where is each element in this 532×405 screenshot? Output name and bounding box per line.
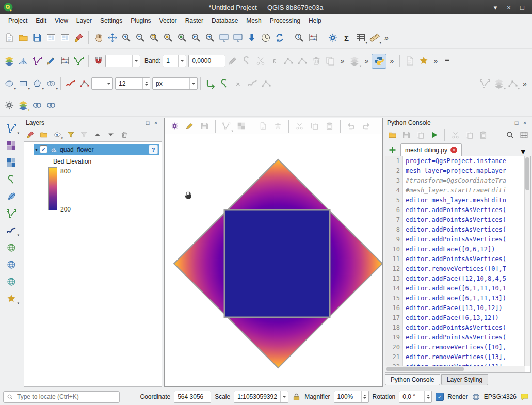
cut-button[interactable] <box>449 129 461 141</box>
digitize-vector-button[interactable]: ▾ <box>4 122 19 135</box>
clear-tool-button[interactable]: × <box>231 77 245 91</box>
layer-name[interactable]: quad_flower <box>60 146 93 153</box>
contour-tool-button[interactable]: ▾ <box>4 224 19 237</box>
menu-database[interactable]: Database <box>207 15 242 26</box>
data-source-manager-button[interactable] <box>2 54 16 68</box>
trace-tool-button[interactable] <box>203 77 217 91</box>
add-mesh-layer-button[interactable] <box>16 54 30 68</box>
menu-raster[interactable]: Raster <box>181 15 207 26</box>
crs-value[interactable]: EPSG:4326 <box>484 393 517 400</box>
reshape-tool-button[interactable] <box>239 54 253 68</box>
snapping-button[interactable] <box>91 54 105 68</box>
maximize-button[interactable]: □ <box>517 2 528 12</box>
web-service-button[interactable] <box>4 258 19 271</box>
zoom-last-button[interactable] <box>189 31 203 45</box>
refresh-map-button[interactable] <box>272 31 286 45</box>
lock-scale-icon[interactable] <box>292 393 301 401</box>
toggle-mesh-editing-button[interactable] <box>44 54 58 68</box>
vertex-tool-1-button[interactable] <box>281 54 295 68</box>
menu-plugins[interactable]: Plugins <box>126 15 155 26</box>
menu-settings[interactable]: Settings <box>96 15 126 26</box>
mesh-digitizing-button[interactable] <box>58 54 72 68</box>
dock-tab-python-console[interactable]: Python Console <box>385 374 440 385</box>
symbol-combo[interactable] <box>91 77 113 90</box>
favorites-button[interactable]: ▾ <box>4 292 19 305</box>
processing-toolbox-button[interactable] <box>326 31 340 45</box>
layer-dropdown-button[interactable]: ▾ <box>347 54 361 68</box>
new-3d-map-view-button[interactable] <box>231 31 245 45</box>
delete-selected-button[interactable] <box>271 119 285 133</box>
dropdown-arrow-icon[interactable] <box>189 78 197 89</box>
float-panel-button[interactable]: □ <box>512 119 521 127</box>
band-combo[interactable]: 1 <box>163 55 186 67</box>
zoom-next-button[interactable] <box>203 31 217 45</box>
tab-list-dropdown[interactable]: ▼ <box>516 147 530 156</box>
geo-pin-button[interactable] <box>4 241 19 254</box>
object-inspector-button[interactable] <box>518 129 530 141</box>
diagram-dropdown-button[interactable]: ▾ <box>506 77 520 91</box>
menu-mesh[interactable]: Mesh <box>242 15 265 26</box>
manage-map-themes-button[interactable]: ▾ <box>52 129 63 140</box>
vertical-scrollbar[interactable] <box>524 156 530 366</box>
paste-button[interactable] <box>477 129 489 141</box>
toolbar-overflow-button[interactable]: » <box>381 31 392 44</box>
zoom-in-button[interactable] <box>119 31 133 45</box>
toolbar-menu-button[interactable]: ≡ <box>442 55 452 67</box>
float-panel-button[interactable]: □ <box>143 119 152 127</box>
new-map-view-button[interactable] <box>217 31 231 45</box>
copy-features-button[interactable] <box>308 119 321 133</box>
raster-tool-2-button[interactable] <box>4 156 19 169</box>
map-canvas[interactable] <box>165 134 382 386</box>
temporal-controller-button[interactable] <box>259 31 272 45</box>
line-tool-1-button[interactable] <box>245 77 259 91</box>
toolbar-overflow-button[interactable]: » <box>430 55 441 67</box>
settings-tool-button[interactable] <box>2 99 16 112</box>
statistical-summary-button[interactable]: Σ <box>340 31 353 45</box>
render-checkbox[interactable]: ✓ <box>436 393 444 401</box>
open-script-button[interactable] <box>386 129 398 141</box>
menu-project[interactable]: Project <box>4 15 31 26</box>
dropdown-arrow-icon[interactable] <box>280 391 288 402</box>
edit-attributes-button[interactable] <box>256 119 270 133</box>
digitize-pencil-button[interactable] <box>225 54 239 68</box>
close-button[interactable]: × <box>503 2 514 12</box>
filter-expression-button[interactable] <box>78 129 90 140</box>
close-panel-button[interactable]: × <box>521 119 529 127</box>
dropdown-arrow-icon[interactable] <box>105 78 112 89</box>
code-editor[interactable]: 1project=QgsProject.instance2mesh_layer=… <box>385 156 531 373</box>
undo-button[interactable] <box>344 119 358 133</box>
raster-tool-button[interactable] <box>4 139 19 152</box>
vertex-tool-2-button[interactable] <box>295 54 309 68</box>
add-feature-button[interactable]: ▾ <box>219 119 233 133</box>
layout-tool-button[interactable] <box>402 54 416 68</box>
layout-manager-button[interactable] <box>58 31 72 45</box>
delete-tool-button[interactable] <box>309 54 323 68</box>
layer-row[interactable]: ▾ ✓ quad_flower ? <box>34 144 159 155</box>
menu-view[interactable]: View <box>51 15 72 26</box>
pan-map-button[interactable] <box>91 31 105 45</box>
dropdown-arrow-icon[interactable] <box>132 55 140 67</box>
snapping-mode-combo[interactable] <box>105 55 140 67</box>
close-panel-button[interactable]: × <box>152 119 160 127</box>
vertex-editor-button[interactable] <box>77 77 91 91</box>
menu-edit[interactable]: Edit <box>31 15 51 26</box>
run-script-button[interactable] <box>428 129 440 141</box>
zoom-to-layer-button[interactable] <box>175 31 189 45</box>
web-service-2-button[interactable] <box>4 275 19 288</box>
label-dropdown-button[interactable]: ▾ <box>492 77 506 91</box>
draw-ellipse-button[interactable]: ▾ <box>2 77 16 91</box>
menu-layer[interactable]: Layer <box>72 15 96 26</box>
save-script-button[interactable] <box>400 129 412 141</box>
draw-polygon-button[interactable]: ▾ <box>30 77 44 91</box>
draw-rectangle-button[interactable]: ▾ <box>16 77 30 91</box>
zoom-out-button[interactable] <box>133 31 147 45</box>
zoom-full-button[interactable] <box>147 31 161 45</box>
new-spatial-bookmark-button[interactable] <box>245 31 259 45</box>
line-tool-2-button[interactable] <box>259 77 273 91</box>
new-editor-tab-button[interactable] <box>386 143 398 156</box>
open-layer-styling-button[interactable] <box>25 129 36 140</box>
topology-rings-1-button[interactable] <box>30 99 44 112</box>
new-print-layout-button[interactable] <box>44 31 58 45</box>
check-geometry-button[interactable] <box>4 207 19 220</box>
measure-button[interactable] <box>306 31 320 45</box>
